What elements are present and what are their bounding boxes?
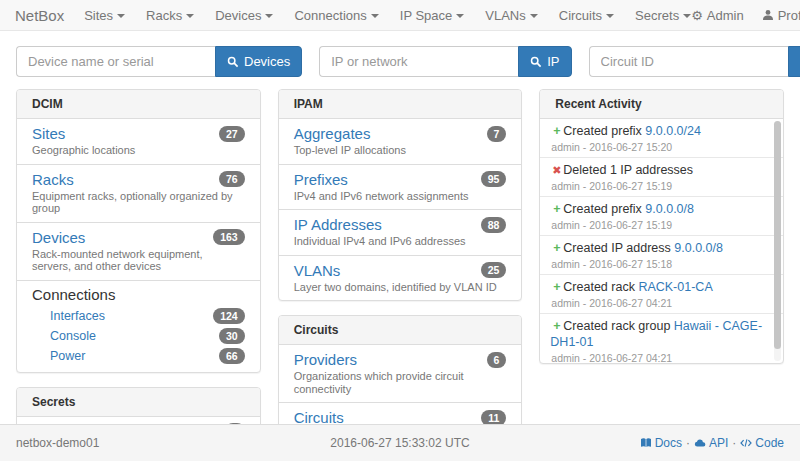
scrollbar-track[interactable] — [774, 121, 781, 361]
activity-meta: admin - 2016-06-27 15:19 — [551, 180, 767, 192]
count-badge: 6 — [487, 352, 507, 368]
activity-list: Created prefix 9.0.0.0/24 admin - 2016-0… — [540, 119, 783, 363]
connections-section: Connections Interfaces 124 Console 30 — [17, 280, 260, 372]
brand-logo[interactable]: NetBox — [15, 7, 64, 24]
count-badge: 66 — [219, 348, 245, 364]
nav-item-sites[interactable]: Sites — [84, 8, 125, 23]
connection-link[interactable]: Power — [50, 349, 85, 363]
docs-link[interactable]: Docs — [640, 436, 682, 450]
device-search-input[interactable] — [16, 46, 215, 77]
panel-item-link[interactable]: Racks — [32, 171, 74, 188]
connection-link[interactable]: Interfaces — [50, 309, 105, 323]
column-dcim: DCIM Sites 27 Geographic locations Racks — [16, 89, 261, 461]
api-label: API — [709, 436, 728, 450]
nav-item-label: Circuits — [559, 8, 602, 23]
activity-object-link[interactable]: 9.0.0.0/24 — [645, 124, 701, 138]
panel-item: VLANs 25 Layer two domains, identified b… — [279, 255, 522, 301]
activity-item: Deleted 1 IP addresses admin - 2016-06-2… — [540, 158, 783, 197]
circuits-panel-title: Circuits — [279, 316, 522, 345]
search-row: Devices IP Circuits — [0, 31, 800, 89]
panel-item-link[interactable]: Devices — [32, 229, 85, 246]
activity-meta: admin - 2016-06-27 15:19 — [551, 219, 767, 231]
circuit-search-group: Circuits — [589, 46, 800, 77]
chevron-down-icon — [456, 14, 464, 18]
panel-item-link[interactable]: Providers — [294, 351, 357, 368]
scrollbar-thumb[interactable] — [774, 121, 781, 349]
panel-item-link[interactable]: VLANs — [294, 262, 341, 279]
dcim-panel-title: DCIM — [17, 90, 260, 119]
nav-item-label: Sites — [84, 8, 113, 23]
count-badge: 30 — [219, 328, 245, 344]
separator: · — [732, 436, 736, 450]
nav-item-racks[interactable]: Racks — [146, 8, 194, 23]
panel-item-desc: Layer two domains, identified by VLAN ID — [294, 281, 507, 294]
top-navbar: NetBox Sites Racks Devices Connections I… — [0, 0, 800, 31]
cloud-icon — [694, 437, 706, 449]
main-menu: Sites Racks Devices Connections IP Space… — [84, 8, 691, 23]
activity-item: Created rack group Hawaii - CAGE-DH1-01 … — [540, 314, 783, 363]
connection-item: Interfaces 124 — [32, 306, 245, 326]
device-search-group: Devices — [16, 46, 302, 77]
circuit-search-button[interactable]: Circuits — [788, 46, 800, 77]
nav-item-connections[interactable]: Connections — [294, 8, 378, 23]
panel-item-link[interactable]: Sites — [32, 125, 65, 142]
ip-search-button[interactable]: IP — [518, 46, 571, 77]
count-badge: 124 — [213, 308, 245, 324]
panel-item-link[interactable]: Aggregates — [294, 125, 371, 142]
ipam-panel: IPAM Aggregates 7 Top-level IP allocatio… — [278, 89, 523, 301]
nav-item-label: Secrets — [635, 8, 679, 23]
docs-label: Docs — [655, 436, 682, 450]
nav-item-label: VLANs — [485, 8, 525, 23]
activity-item: Created prefix 9.0.0.0/24 admin - 2016-0… — [540, 119, 783, 158]
panel-item-link[interactable]: IP Addresses — [294, 216, 382, 233]
nav-item-secrets[interactable]: Secrets — [635, 8, 691, 23]
connection-item: Console 30 — [32, 326, 245, 346]
activity-meta: admin - 2016-06-27 15:18 — [551, 258, 767, 270]
count-badge: 88 — [481, 217, 507, 233]
nav-item-vlans[interactable]: VLANs — [485, 8, 537, 23]
plus-icon — [550, 318, 563, 334]
panel-item-link[interactable]: Prefixes — [294, 171, 348, 188]
activity-action: Created IP address — [563, 241, 670, 255]
panel-item: Devices 163 Rack-mounted network equipme… — [17, 222, 260, 280]
column-activity: Recent Activity Created prefix 9.0.0.0/2… — [539, 89, 784, 461]
hostname: netbox-demo01 — [16, 436, 99, 450]
nav-item-circuits[interactable]: Circuits — [559, 8, 614, 23]
activity-item: Created rack RACK-01-CA admin - 2016-06-… — [540, 275, 783, 314]
profile-link[interactable]: Profile — [762, 8, 800, 23]
connection-item: Power 66 — [32, 346, 245, 366]
count-badge: 7 — [487, 126, 507, 142]
panel-item: IP Addresses 88 Individual IPv4 and IPv6… — [279, 209, 522, 255]
plus-icon — [550, 240, 563, 256]
footer-links: Docs · API · Code — [640, 436, 784, 450]
nav-item-ip-space[interactable]: IP Space — [400, 8, 465, 23]
panel-item: Prefixes 95 IPv4 and IPv6 network assign… — [279, 164, 522, 210]
plus-icon — [550, 279, 563, 295]
code-link[interactable]: Code — [740, 436, 784, 450]
circuit-search-input[interactable] — [589, 46, 788, 77]
activity-object-link[interactable]: 9.0.0.0/8 — [645, 202, 694, 216]
dcim-panel: DCIM Sites 27 Geographic locations Racks — [16, 89, 261, 373]
ip-search-group: IP — [319, 46, 571, 77]
nav-item-devices[interactable]: Devices — [215, 8, 273, 23]
activity-object-link[interactable]: 9.0.0.0/8 — [674, 241, 723, 255]
footer: netbox-demo01 2016-06-27 15:33:02 UTC Do… — [0, 424, 800, 461]
activity-action: Created prefix — [563, 124, 642, 138]
panel-item-desc: IPv4 and IPv6 network assignments — [294, 190, 507, 203]
admin-link[interactable]: ⚙ Admin — [691, 8, 744, 23]
ip-search-input[interactable] — [319, 46, 518, 77]
nav-item-label: Racks — [146, 8, 182, 23]
api-link[interactable]: API — [694, 436, 728, 450]
panel-item-desc: Individual IPv4 and IPv6 addresses — [294, 235, 507, 248]
panel-item: Sites 27 Geographic locations — [17, 119, 260, 164]
code-icon — [740, 437, 752, 449]
panel-item-desc: Top-level IP allocations — [294, 144, 507, 157]
count-badge: 25 — [481, 262, 507, 278]
connection-link[interactable]: Console — [50, 329, 96, 343]
ipam-panel-title: IPAM — [279, 90, 522, 119]
device-search-button[interactable]: Devices — [215, 46, 302, 77]
chevron-down-icon — [606, 14, 614, 18]
panel-item: Racks 76 Equipment racks, optionally org… — [17, 164, 260, 222]
activity-object-link[interactable]: RACK-01-CA — [638, 280, 712, 294]
code-label: Code — [755, 436, 784, 450]
